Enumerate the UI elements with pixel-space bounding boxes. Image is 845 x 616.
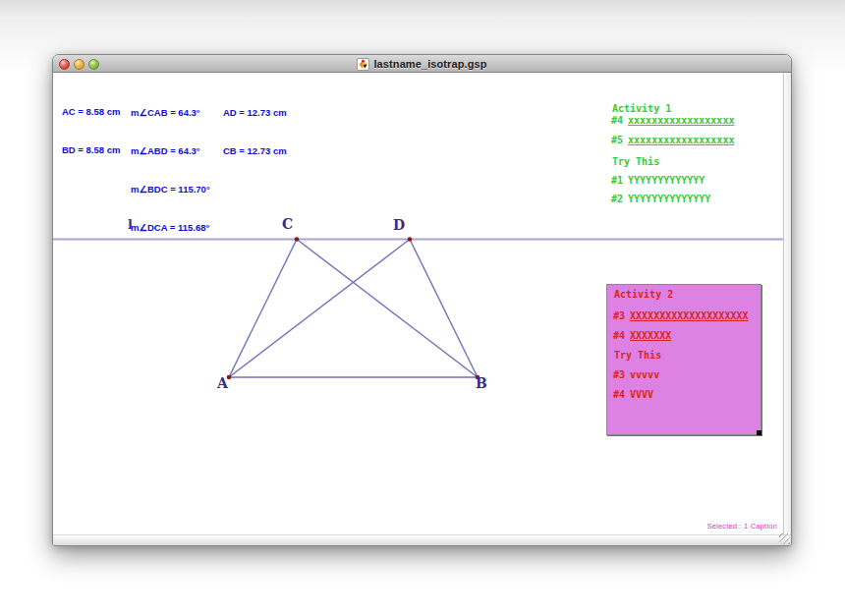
selection-status-text: Selected : 1 Caption xyxy=(706,522,777,531)
window-bottom-bar xyxy=(53,534,791,545)
segment-AD-diagonal[interactable] xyxy=(229,240,410,378)
activity2-item-3: #3XXXXXXXXXXXXXXXXXXXX xyxy=(613,310,748,321)
label-point-C[interactable]: C xyxy=(282,217,293,231)
sketch-canvas[interactable]: AC = 8.58 cm BD = 8.58 cm m∠CAB = 64.3° … xyxy=(53,73,783,536)
activity2-try-this-title: Try This xyxy=(614,350,661,361)
gsp-window: lastname_isotrap.gsp AC = 8.58 cm BD = 8… xyxy=(52,54,792,546)
label-point-A[interactable]: A xyxy=(217,376,228,390)
label-line-l[interactable]: l xyxy=(128,218,133,232)
activity2-try-item-4: #4VVVV xyxy=(613,389,653,400)
label-point-D[interactable]: D xyxy=(393,218,405,232)
segment-AC[interactable] xyxy=(229,240,297,378)
title-bar[interactable]: lastname_isotrap.gsp xyxy=(53,55,791,73)
point-D[interactable] xyxy=(408,237,413,242)
window-resize-grip[interactable] xyxy=(779,533,790,544)
vertical-scrollbar-track[interactable] xyxy=(783,73,791,536)
window-title: lastname_isotrap.gsp xyxy=(373,58,486,70)
caption-resize-handle[interactable] xyxy=(757,430,761,435)
activity2-item-4: #4XXXXXXX xyxy=(613,330,671,341)
gsp-document-icon xyxy=(357,58,369,71)
activity2-title: Activity 2 xyxy=(614,289,673,300)
point-C[interactable] xyxy=(295,237,300,242)
segment-DB[interactable] xyxy=(410,240,478,378)
segment-CB-diagonal[interactable] xyxy=(297,240,478,378)
activity2-try-item-3: #3vvvvv xyxy=(613,369,659,380)
label-point-B[interactable]: B xyxy=(476,376,487,390)
activity2-caption-box[interactable]: Activity 2 #3XXXXXXXXXXXXXXXXXXXX #4XXXX… xyxy=(606,284,761,435)
